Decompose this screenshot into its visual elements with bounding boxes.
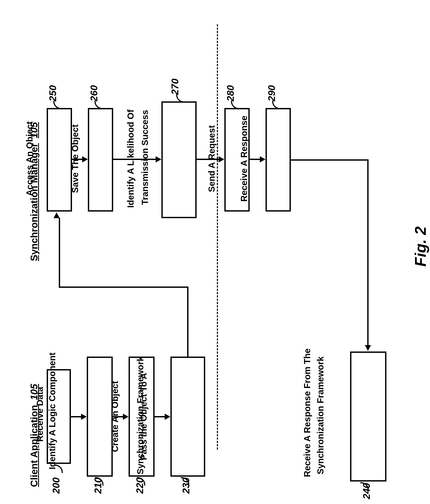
arrowhead-250-260 bbox=[82, 156, 88, 162]
box-250 bbox=[47, 108, 72, 212]
box-280-num: 280 bbox=[225, 85, 236, 101]
arrow-200-210 bbox=[71, 416, 81, 417]
arrow-230-250-seg2 bbox=[59, 287, 188, 288]
arrowhead-270-280 bbox=[219, 156, 224, 162]
box-240-label-line1: Receive A Response From The bbox=[302, 354, 312, 477]
box-220-label: Create An Object bbox=[110, 380, 120, 453]
box-230-label-line2: Synchronization Framework bbox=[135, 356, 145, 475]
box-260-label: Save The Object bbox=[70, 123, 80, 194]
box-270-num: 270 bbox=[169, 79, 181, 95]
box-270-label-line2: Transmission Success bbox=[140, 112, 150, 205]
box-270-label-line1: Identify A Likelihood Of bbox=[125, 109, 136, 208]
box-230 bbox=[170, 357, 205, 477]
arrow-280-290 bbox=[250, 159, 260, 160]
arrow-230-250-seg3 bbox=[59, 218, 60, 288]
arrowhead-210-220 bbox=[123, 414, 129, 420]
box-290 bbox=[265, 108, 291, 212]
box-240-label-line2: Synchronization Framework bbox=[315, 356, 325, 475]
box-250-label: Access An Object bbox=[25, 119, 35, 198]
diagram-page: Client Application 105 Synchronization M… bbox=[0, 0, 430, 504]
box-200-num: 200 bbox=[51, 477, 62, 494]
box-260-num: 260 bbox=[88, 85, 99, 101]
box-280-label: Send A Request bbox=[207, 123, 217, 194]
box-290-label: Receive A Response bbox=[239, 115, 249, 203]
arrow-290-240-seg1 bbox=[291, 159, 367, 161]
arrowhead-230-250 bbox=[53, 212, 60, 218]
box-240 bbox=[350, 351, 386, 482]
box-250-num: 250 bbox=[47, 85, 58, 101]
arrow-220-230 bbox=[155, 416, 165, 417]
arrowhead-220-230 bbox=[165, 414, 170, 420]
arrowhead-290-240 bbox=[365, 345, 371, 351]
swimlane-divider bbox=[217, 24, 218, 450]
box-200-label: Receive Data bbox=[35, 386, 45, 443]
box-260 bbox=[88, 108, 113, 212]
arrow-290-240-seg2 bbox=[367, 159, 369, 346]
arrow-230-250-seg1 bbox=[187, 287, 188, 357]
box-210-label: Identify A Logic Component bbox=[47, 355, 57, 469]
box-270 bbox=[161, 101, 197, 218]
box-290-num: 290 bbox=[266, 85, 277, 101]
box-210 bbox=[87, 357, 113, 477]
figure-caption: Fig. 2 bbox=[412, 226, 429, 267]
arrowhead-260-270 bbox=[156, 156, 161, 162]
arrowhead-280-290 bbox=[260, 156, 265, 162]
arrowhead-200-210 bbox=[81, 414, 87, 420]
